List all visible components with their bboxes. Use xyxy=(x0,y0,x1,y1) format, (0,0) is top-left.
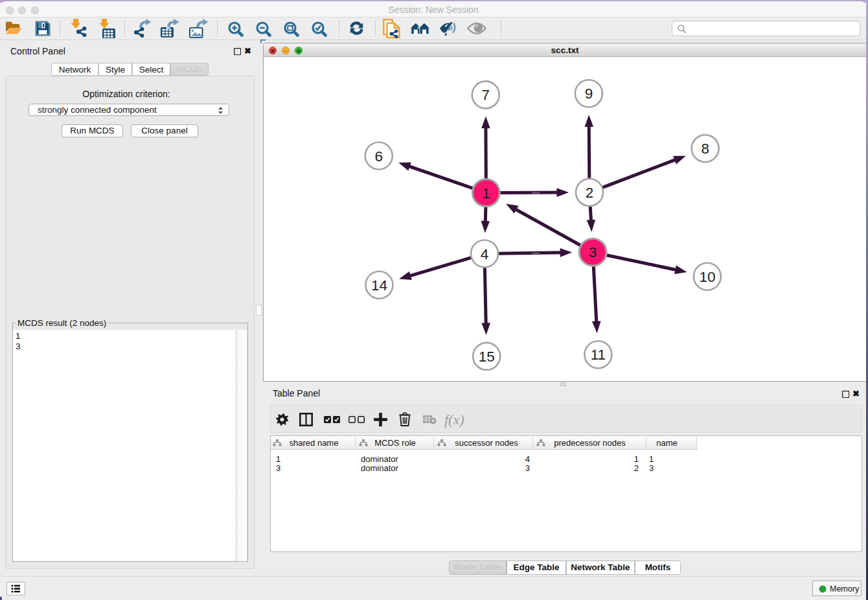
svg-text:15: 15 xyxy=(479,349,495,365)
svg-text:9: 9 xyxy=(585,86,593,102)
svg-text:4: 4 xyxy=(481,246,489,262)
svg-text:10: 10 xyxy=(699,269,715,285)
svg-text:8: 8 xyxy=(701,141,709,157)
svg-text:11: 11 xyxy=(591,347,606,363)
svg-text:7: 7 xyxy=(481,87,490,103)
svg-text:2: 2 xyxy=(586,185,594,201)
svg-text:14: 14 xyxy=(371,277,387,294)
svg-text:3: 3 xyxy=(589,244,597,260)
svg-text:1: 1 xyxy=(482,185,490,202)
svg-text:6: 6 xyxy=(375,148,383,165)
